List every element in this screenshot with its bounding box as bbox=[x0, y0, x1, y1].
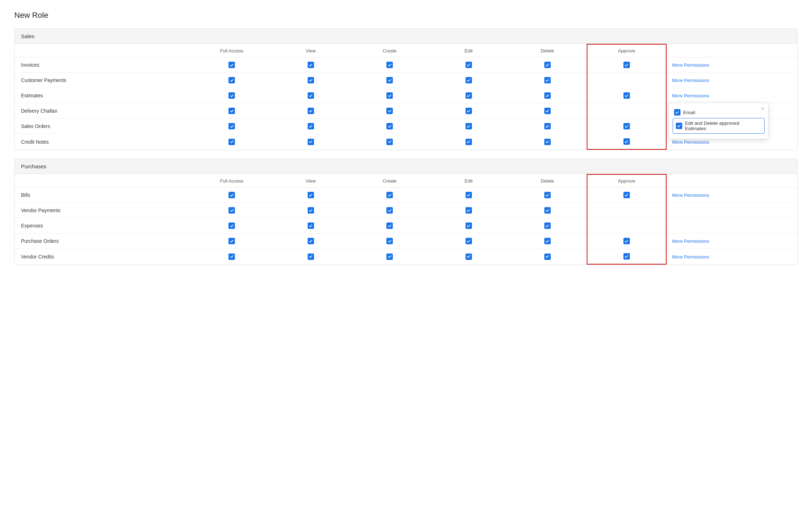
checkbox[interactable] bbox=[623, 238, 630, 244]
actions-cell bbox=[666, 203, 797, 218]
more-permissions-link[interactable]: More Permissions bbox=[672, 254, 709, 260]
more-permissions-link[interactable]: More Permissions bbox=[672, 78, 709, 83]
checkbox[interactable] bbox=[466, 108, 472, 114]
popup-item[interactable]: Email bbox=[674, 107, 763, 117]
checkbox[interactable] bbox=[466, 77, 472, 83]
checkbox[interactable] bbox=[228, 123, 235, 129]
checkbox[interactable] bbox=[544, 253, 551, 260]
edit-cell bbox=[429, 234, 508, 249]
checkbox[interactable] bbox=[544, 62, 551, 68]
checkbox[interactable] bbox=[308, 108, 314, 114]
checkbox[interactable] bbox=[466, 92, 472, 99]
checkbox[interactable] bbox=[466, 192, 472, 198]
purchases-table: Full Access View Create Edit Delete Appr… bbox=[15, 174, 797, 265]
checkbox[interactable] bbox=[623, 138, 630, 145]
checkbox[interactable] bbox=[308, 92, 314, 99]
checkbox[interactable] bbox=[228, 108, 235, 114]
more-permissions-link[interactable]: More Permissions bbox=[672, 193, 709, 198]
checkbox[interactable] bbox=[228, 192, 235, 198]
delete-cell bbox=[508, 88, 587, 103]
col-edit: Edit bbox=[429, 44, 508, 57]
checkbox[interactable] bbox=[623, 192, 630, 198]
checkbox[interactable] bbox=[308, 123, 314, 129]
checkbox[interactable] bbox=[386, 77, 393, 83]
view-cell bbox=[271, 234, 350, 249]
delete-cell bbox=[508, 73, 587, 88]
sales-table-header: Full Access View Create Edit Delete Appr… bbox=[15, 44, 797, 57]
more-permissions-link[interactable]: More Permissions bbox=[672, 93, 709, 98]
checkbox[interactable] bbox=[544, 222, 551, 229]
create-cell bbox=[350, 218, 429, 234]
checkbox[interactable] bbox=[386, 192, 393, 198]
checkbox[interactable] bbox=[308, 62, 314, 68]
view-cell bbox=[271, 119, 350, 134]
more-permissions-link[interactable]: More Permissions bbox=[672, 139, 709, 145]
create-cell bbox=[350, 73, 429, 88]
checkbox[interactable] bbox=[623, 123, 630, 129]
checkbox[interactable] bbox=[228, 77, 235, 83]
edit-cell bbox=[429, 73, 508, 88]
checkbox[interactable] bbox=[228, 92, 235, 99]
checkbox[interactable] bbox=[466, 253, 472, 260]
checkbox[interactable] bbox=[544, 192, 551, 198]
more-permissions-link[interactable]: More Permissions bbox=[672, 62, 709, 68]
checkbox[interactable] bbox=[386, 238, 393, 244]
approve-cell bbox=[587, 73, 666, 88]
checkbox[interactable] bbox=[308, 222, 314, 229]
more-permissions-link[interactable]: More Permissions bbox=[672, 239, 709, 244]
checkbox[interactable] bbox=[386, 62, 393, 68]
col-full-access: Full Access bbox=[192, 44, 271, 57]
popup-item[interactable]: Edit and Delete approved Estimates bbox=[673, 118, 765, 134]
checkbox[interactable] bbox=[466, 222, 472, 229]
actions-cell: More Permissions bbox=[666, 188, 797, 203]
edit-cell bbox=[429, 57, 508, 73]
checkbox[interactable] bbox=[308, 139, 314, 145]
checkbox[interactable] bbox=[544, 207, 551, 214]
checkbox[interactable] bbox=[228, 238, 235, 244]
checkbox[interactable] bbox=[623, 92, 630, 99]
view-cell bbox=[271, 57, 350, 73]
checkbox[interactable] bbox=[386, 123, 393, 129]
col-actions bbox=[666, 174, 797, 188]
checkbox[interactable] bbox=[466, 62, 472, 68]
checkbox[interactable] bbox=[386, 253, 393, 260]
checkbox[interactable] bbox=[544, 92, 551, 99]
actions-cell: More Permissions × Email bbox=[666, 88, 797, 103]
checkbox[interactable] bbox=[544, 139, 551, 145]
checkbox[interactable] bbox=[386, 92, 393, 99]
checkbox[interactable] bbox=[308, 77, 314, 83]
checkbox[interactable] bbox=[386, 139, 393, 145]
checkbox[interactable] bbox=[308, 207, 314, 214]
delete-cell bbox=[508, 249, 587, 265]
checkbox[interactable] bbox=[308, 253, 314, 260]
checkbox[interactable] bbox=[544, 238, 551, 244]
full-access-cell bbox=[192, 234, 271, 249]
checkbox[interactable] bbox=[228, 253, 235, 260]
checkbox[interactable] bbox=[466, 238, 472, 244]
create-cell bbox=[350, 103, 429, 119]
popup-container: More Permissions × Email bbox=[672, 93, 709, 98]
checkbox[interactable] bbox=[308, 192, 314, 198]
popup-checkbox[interactable] bbox=[676, 123, 682, 129]
full-access-cell bbox=[192, 88, 271, 103]
checkbox[interactable] bbox=[544, 77, 551, 83]
checkbox[interactable] bbox=[386, 108, 393, 114]
checkbox[interactable] bbox=[544, 108, 551, 114]
popup-item-label: Email bbox=[683, 110, 695, 115]
checkbox[interactable] bbox=[466, 207, 472, 214]
checkbox[interactable] bbox=[228, 207, 235, 214]
full-access-cell bbox=[192, 73, 271, 88]
checkbox[interactable] bbox=[466, 123, 472, 129]
checkbox[interactable] bbox=[544, 123, 551, 129]
checkbox[interactable] bbox=[623, 253, 630, 260]
checkbox[interactable] bbox=[466, 139, 472, 145]
popup-close-button[interactable]: × bbox=[761, 106, 764, 112]
checkbox[interactable] bbox=[623, 62, 630, 68]
checkbox[interactable] bbox=[386, 207, 393, 214]
checkbox[interactable] bbox=[228, 62, 235, 68]
checkbox[interactable] bbox=[228, 222, 235, 229]
popup-checkbox[interactable] bbox=[674, 109, 680, 116]
checkbox[interactable] bbox=[386, 222, 393, 229]
checkbox[interactable] bbox=[308, 238, 314, 244]
checkbox[interactable] bbox=[228, 139, 235, 145]
